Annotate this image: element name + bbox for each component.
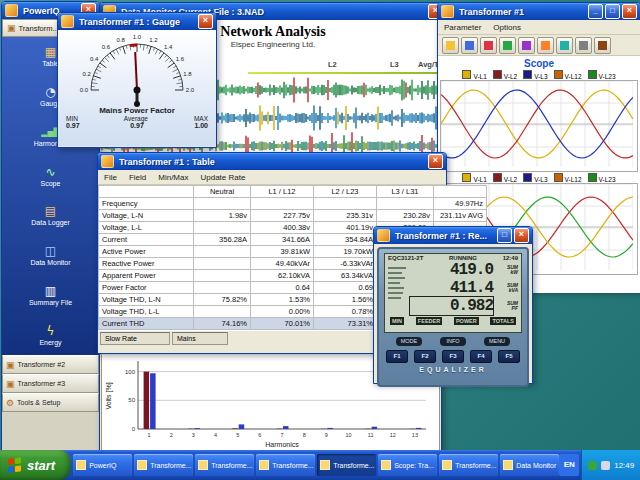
lcd-menu-chip: MIN [390, 317, 404, 325]
power-factor-gauge-svg: 0.00.20.40.60.81.01.21.41.61.82.0 [62, 30, 212, 108]
maximize-icon[interactable]: □ [497, 228, 512, 243]
sidebar-bottom-groups: ▣Transformer #2▣Transformer #3⚙Tools & S… [2, 355, 99, 412]
f3-key[interactable]: F3 [442, 350, 464, 363]
svg-text:Harmonics: Harmonics [265, 441, 299, 448]
svg-text:0: 0 [132, 426, 136, 432]
table-cell: 49.40kVAr [251, 258, 314, 270]
gauge-titlebar[interactable]: Transformer #1 : Gauge × [58, 13, 216, 30]
close-icon[interactable]: × [198, 14, 213, 29]
meter-function-keys: F1F2F3F4F5 [384, 346, 522, 363]
scope-toolbar-icon-6[interactable] [537, 37, 554, 54]
sidebar-item-summary-file[interactable]: ▥Summary File [2, 285, 99, 306]
svg-text:50: 50 [128, 397, 135, 403]
info-button[interactable]: INFO [440, 337, 466, 346]
menu-parameter[interactable]: Parameter [444, 23, 481, 32]
sidebar-item-data-logger[interactable]: ▤Data Logger [2, 205, 99, 226]
menu-field[interactable]: Field [129, 173, 146, 182]
sidebar-item-energy[interactable]: ϟEnergy [2, 325, 99, 346]
taskbar-button-icon [76, 460, 86, 470]
close-icon[interactable]: × [514, 228, 529, 243]
sidebar-item-data-monitor[interactable]: ◫Data Monitor [2, 245, 99, 266]
taskbar-button-7[interactable]: Transforme... [439, 454, 498, 476]
window-title: Transformer #1 [457, 7, 586, 17]
menu-min-max[interactable]: Min/Max [158, 173, 188, 182]
avg-value: 0.97 [130, 122, 144, 129]
table-row[interactable]: Voltage, L-N1.98v227.75v235.31v230.28v23… [99, 210, 487, 222]
tray-icon-1[interactable] [588, 461, 597, 470]
transformer-3-button[interactable]: ▣Transformer #3 [2, 374, 99, 393]
taskbar-button-8[interactable]: Data Monitor [500, 454, 559, 476]
close-icon[interactable]: × [428, 154, 443, 169]
svg-text:13: 13 [412, 432, 418, 438]
sidebar-item-scope[interactable]: ∿Scope [2, 166, 99, 187]
remote-titlebar[interactable]: Transformer #1 : Re... □ × [374, 227, 532, 244]
window-title: Transformer #1 : Table [117, 157, 426, 167]
tray-clock[interactable]: 12:49 [614, 461, 634, 470]
taskbar-button-4[interactable]: Transforme... [256, 454, 315, 476]
table-row-label: Voltage, L-L [99, 222, 194, 234]
svg-text:12: 12 [390, 432, 396, 438]
f1-key[interactable]: F1 [386, 350, 408, 363]
table-row[interactable]: Frequency49.97Hz [99, 198, 487, 210]
mode-button[interactable]: MODE [396, 337, 422, 346]
menu-update-rate[interactable]: Update Rate [200, 173, 245, 182]
menu-file[interactable]: File [104, 173, 117, 182]
scope-toolbar-icon-8[interactable] [575, 37, 592, 54]
maximize-icon[interactable]: □ [605, 4, 620, 19]
svg-text:4: 4 [214, 432, 217, 438]
f4-key[interactable]: F4 [470, 350, 492, 363]
taskbar: start PowerIQTransforme...Transforme...T… [0, 450, 640, 480]
table-header-row: NeutralL1 / L12L2 / L23L3 / L31 [99, 186, 487, 198]
scope-toolbar-icon-9[interactable] [594, 37, 611, 54]
table-titlebar[interactable]: Transformer #1 : Table × [98, 153, 446, 170]
table-cell: 230.28v [377, 210, 434, 222]
f5-key[interactable]: F5 [498, 350, 520, 363]
scope-toolbar-icon-4[interactable] [499, 37, 516, 54]
table-cell [194, 306, 251, 318]
table-cell: 235.31v [314, 210, 377, 222]
legend-entry: V-L12 [554, 70, 582, 80]
scope-toolbar-icon-3[interactable] [480, 37, 497, 54]
taskbar-button-1[interactable]: PowerIQ [73, 454, 132, 476]
data-monitor-icon: ◫ [45, 245, 56, 258]
scope-toolbar-icon-1[interactable] [442, 37, 459, 54]
scope-toolbar-icon-5[interactable] [518, 37, 535, 54]
start-button[interactable]: start [0, 450, 71, 480]
window-icon [61, 15, 74, 28]
close-icon[interactable]: × [622, 4, 637, 19]
language-indicator[interactable]: EN [559, 454, 579, 476]
svg-text:11: 11 [368, 432, 374, 438]
lcd-value: 411.4 [410, 279, 493, 297]
gauge-icon: ◔ [45, 86, 55, 99]
tray-icon-2[interactable] [601, 461, 610, 470]
taskbar-button-3[interactable]: Transforme... [195, 454, 254, 476]
minimize-icon[interactable]: _ [588, 4, 603, 19]
taskbar-button-5[interactable]: Transforme... [317, 454, 376, 476]
menu-options[interactable]: Options [493, 23, 521, 32]
scope-titlebar[interactable]: Transformer #1 _ □ × [438, 3, 640, 20]
menu-button[interactable]: MENU [484, 337, 510, 346]
tools-setup-button[interactable]: ⚙Tools & Setup [2, 393, 99, 412]
f2-key[interactable]: F2 [414, 350, 436, 363]
phase-label: L3 [390, 60, 399, 69]
table-cell [194, 246, 251, 258]
taskbar-button-6[interactable]: Scope: Tra... [378, 454, 437, 476]
scope-toolbar-icon-7[interactable] [556, 37, 573, 54]
taskbar-button-icon [259, 460, 269, 470]
scope-menubar: ParameterOptions [438, 20, 640, 35]
svg-text:6: 6 [258, 432, 261, 438]
meter-soft-buttons: MODEINFOMENU [384, 333, 522, 346]
taskbar-button-2[interactable]: Transforme... [134, 454, 193, 476]
lcd-menu-chip: FEEDER [416, 317, 442, 325]
table-menubar: FileFieldMin/MaxUpdate Rate [98, 170, 446, 185]
gauge-dial: 0.00.20.40.60.81.01.21.41.61.82.0 [58, 30, 216, 112]
harmonic-bar [144, 372, 150, 429]
svg-text:0.8: 0.8 [116, 37, 125, 43]
taskbar-button-icon [381, 460, 391, 470]
transformer-2-button[interactable]: ▣Transformer #2 [2, 355, 99, 374]
scope-toolbar-icon-2[interactable] [461, 37, 478, 54]
legend-entry: V-L2 [493, 70, 517, 80]
gauge-content: 0.00.20.40.60.81.01.21.41.61.82.0 Mains … [58, 30, 216, 146]
table-col-header [434, 186, 487, 198]
taskbar-button-label: PowerIQ [89, 462, 116, 469]
